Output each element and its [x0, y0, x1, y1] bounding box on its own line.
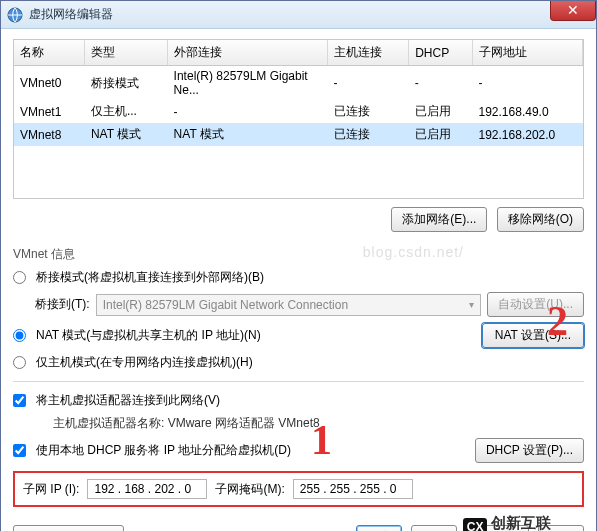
bridge-label: 桥接模式(将虚拟机直接连接到外部网络)(B) [36, 269, 264, 286]
subnet-mask-input[interactable]: 255 . 255 . 255 . 0 [293, 479, 413, 499]
table-row[interactable]: VMnet0 桥接模式 Intel(R) 82579LM Gigabit Ne.… [14, 66, 583, 101]
col-subnet[interactable]: 子网地址 [473, 40, 583, 66]
subnet-ip-label: 子网 IP (I): [23, 481, 79, 498]
bridge-combo[interactable]: Intel(R) 82579LM Gigabit Network Connect… [96, 294, 482, 316]
adapter-name-value: VMware 网络适配器 VMnet8 [168, 416, 320, 430]
col-type[interactable]: 类型 [85, 40, 168, 66]
col-dhcp[interactable]: DHCP [409, 40, 473, 66]
nat-setting-button[interactable]: NAT 设置(S)... [482, 323, 584, 348]
col-name[interactable]: 名称 [14, 40, 85, 66]
cancel-button[interactable]: 取消 [411, 525, 457, 531]
bridge-radio[interactable] [13, 271, 26, 284]
vmnet-info-label: VMnet 信息 blog.csdn.net/ [13, 246, 584, 263]
restore-defaults-button[interactable]: 还原默认设置(R) [13, 525, 124, 531]
nat-radio[interactable] [13, 329, 26, 342]
adapter-name-label: 主机虚拟适配器名称: [53, 416, 164, 430]
connect-host-label: 将主机虚拟适配器连接到此网络(V) [36, 392, 220, 409]
table-row[interactable]: VMnet1 仅主机... - 已连接 已启用 192.168.49.0 [14, 100, 583, 123]
bridge-to-label: 桥接到(T): [35, 296, 90, 313]
subnet-mask-label: 子网掩码(M): [215, 481, 284, 498]
col-ext[interactable]: 外部连接 [168, 40, 328, 66]
titlebar: 虚拟网络编辑器 ✕ [1, 1, 596, 29]
col-host[interactable]: 主机连接 [328, 40, 409, 66]
add-network-button[interactable]: 添加网络(E)... [391, 207, 487, 232]
globe-icon [7, 7, 23, 23]
chevron-down-icon: ▾ [469, 299, 474, 310]
remove-network-button[interactable]: 移除网络(O) [497, 207, 584, 232]
network-table[interactable]: 名称 类型 外部连接 主机连接 DHCP 子网地址 VMnet0 桥接模式 In… [13, 39, 584, 199]
use-dhcp-checkbox[interactable] [13, 444, 26, 457]
watermark: blog.csdn.net/ [363, 244, 464, 260]
window-title: 虚拟网络编辑器 [29, 6, 113, 23]
table-row[interactable]: VMnet8 NAT 模式 NAT 模式 已连接 已启用 192.168.202… [14, 123, 583, 146]
use-dhcp-label: 使用本地 DHCP 服务将 IP 地址分配给虚拟机(D) [36, 442, 291, 459]
dhcp-setting-button[interactable]: DHCP 设置(P)... [475, 438, 584, 463]
close-button[interactable]: ✕ [550, 1, 596, 21]
nat-label: NAT 模式(与虚拟机共享主机的 IP 地址)(N) [36, 327, 261, 344]
ok-button[interactable]: 确定 [356, 525, 402, 531]
auto-setting-button[interactable]: 自动设置(U)... [487, 292, 584, 317]
subnet-ip-input[interactable]: 192 . 168 . 202 . 0 [87, 479, 207, 499]
subnet-row: 子网 IP (I): 192 . 168 . 202 . 0 子网掩码(M): … [13, 471, 584, 507]
brand-logo: CX 创新互联 CHUANG XIN HU LIAN [463, 514, 574, 531]
hostonly-label: 仅主机模式(在专用网络内连接虚拟机)(H) [36, 354, 253, 371]
separator [13, 381, 584, 382]
connect-host-checkbox[interactable] [13, 394, 26, 407]
hostonly-radio[interactable] [13, 356, 26, 369]
